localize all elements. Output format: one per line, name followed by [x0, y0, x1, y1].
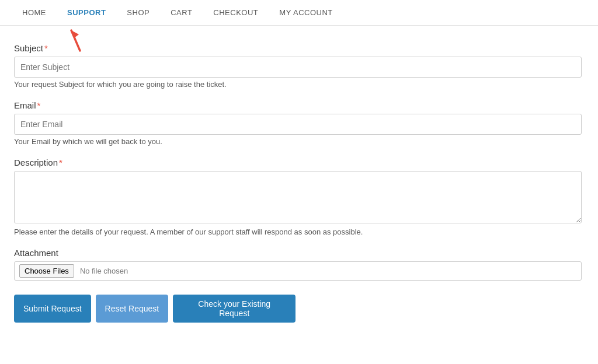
nav-item-support[interactable]: SUPPORT — [57, 0, 116, 26]
attachment-group: Attachment Choose Files No file chosen — [14, 248, 582, 281]
subject-required-star: * — [44, 43, 48, 53]
email-group: Email* Your Email by which we will get b… — [14, 100, 582, 146]
action-buttons-row: Submit Request Reset Request Check your … — [14, 295, 582, 323]
choose-files-button[interactable]: Choose Files — [19, 264, 74, 278]
nav-item-cart[interactable]: CART — [160, 0, 203, 26]
reset-request-button[interactable]: Reset Request — [96, 295, 169, 323]
subject-label: Subject* — [14, 43, 582, 53]
support-form-container: Subject* Your request Subject for which … — [0, 26, 596, 340]
email-required-star: * — [37, 100, 41, 110]
email-input[interactable] — [14, 114, 582, 135]
arrow-icon — [65, 24, 95, 54]
description-textarea[interactable] — [14, 171, 582, 223]
email-hint: Your Email by which we will get back to … — [14, 137, 582, 146]
nav-item-checkout[interactable]: CHECKOUT — [203, 0, 269, 26]
attachment-row: Choose Files No file chosen — [14, 261, 582, 281]
no-file-text: No file chosen — [80, 267, 128, 275]
description-hint: Please enter the details of your request… — [14, 228, 582, 236]
description-label: Description* — [14, 158, 582, 167]
attachment-label: Attachment — [14, 248, 582, 258]
subject-group: Subject* Your request Subject for which … — [14, 43, 582, 89]
nav-item-my-account[interactable]: MY ACCOUNT — [269, 0, 343, 26]
main-nav: HOME SUPPORT SHOP CART CHECKOUT MY ACCOU… — [0, 0, 598, 26]
nav-item-shop[interactable]: SHOP — [116, 0, 160, 26]
description-required-star: * — [59, 158, 62, 167]
description-group: Description* Please enter the details of… — [14, 158, 582, 236]
subject-input[interactable] — [14, 57, 582, 78]
submit-request-button[interactable]: Submit Request — [14, 295, 91, 323]
check-existing-request-button[interactable]: Check your Existing Request — [173, 295, 295, 323]
nav-item-home[interactable]: HOME — [12, 0, 57, 26]
email-label: Email* — [14, 100, 582, 110]
subject-hint: Your request Subject for which you are g… — [14, 80, 582, 89]
